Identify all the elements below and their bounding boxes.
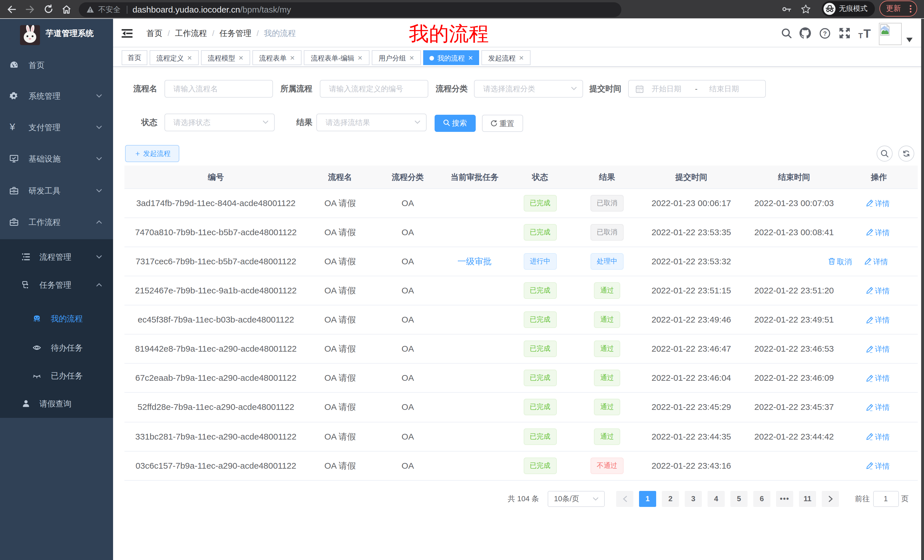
svg-text:?: ? — [823, 30, 826, 37]
